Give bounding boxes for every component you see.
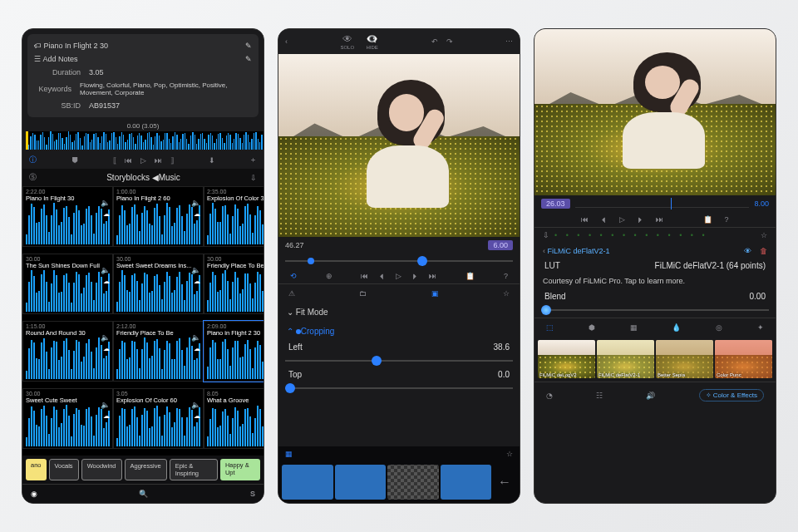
notes-row[interactable]: ☰ Add Notes ✎	[34, 52, 252, 66]
track-cell[interactable]: 30.00The Sun Shines Down Full🔈☁	[22, 254, 113, 314]
add-clip-icon[interactable]: ⊕	[326, 272, 332, 280]
speaker-icon[interactable]: 🔈	[191, 401, 200, 409]
fx-preview[interactable]	[534, 29, 776, 195]
search-icon[interactable]: 🔍	[139, 490, 148, 498]
fx-sparkle-icon[interactable]: ✦	[757, 323, 764, 332]
step-back-icon[interactable]: ⏴	[600, 215, 608, 224]
track-cell[interactable]: 30.00Sweet Cute Sweet🔈☁	[22, 388, 113, 449]
favorite-icon[interactable]: ☆	[506, 450, 513, 458]
shield-icon[interactable]: ⛊	[71, 156, 79, 165]
speaker-icon[interactable]: 🔈	[191, 333, 200, 342]
crop-top-slider[interactable]	[285, 382, 513, 394]
fx-lut-icon[interactable]: ⬚	[546, 323, 554, 332]
speaker-icon[interactable]: 🔈	[191, 266, 200, 274]
play-icon[interactable]: ▷	[396, 272, 401, 280]
blend-slider[interactable]	[541, 304, 769, 316]
s-icon[interactable]: S	[250, 490, 255, 498]
menu-icon[interactable]: ⋯	[505, 37, 513, 46]
fx-grid-icon[interactable]: ▦	[630, 323, 638, 332]
s-badge-icon[interactable]: Ⓢ	[29, 172, 37, 183]
hide-icon[interactable]: 👁‍🗨HIDE	[366, 33, 378, 50]
lut-strip[interactable]: FiLMiC deLogV2FiLMiC deFlatV2-1Better Se…	[534, 337, 776, 382]
record-icon[interactable]: ◉	[31, 490, 37, 498]
color-effects-button[interactable]: ✧ Color & Effects	[699, 389, 764, 401]
cloud-icon[interactable]: ☁	[194, 345, 200, 352]
import-icon[interactable]: ⇩	[250, 174, 257, 182]
collapse-arrow-icon[interactable]: ←	[493, 475, 516, 490]
cloud-icon[interactable]: ☁	[103, 345, 110, 352]
step-fwd-icon[interactable]: ⏵	[411, 272, 419, 280]
gauge-icon[interactable]: ◔	[546, 392, 553, 400]
cloud-icon[interactable]: ☁	[194, 412, 200, 420]
track-cell[interactable]: 1:15.00Round And Round 30🔈☁	[22, 321, 113, 382]
track-cell[interactable]: 2:22.00Piano In Flight 30🔈☁	[22, 186, 113, 247]
filter-tag[interactable]: Vocals	[49, 459, 79, 480]
help-icon[interactable]: ?	[504, 272, 508, 280]
track-cell[interactable]: 30.00Friendly Place To Be🔈☁	[204, 254, 264, 314]
speaker-icon[interactable]: 🔈	[101, 199, 110, 207]
cloud-icon[interactable]: ☁	[194, 278, 200, 285]
crop-left-slider[interactable]	[285, 355, 513, 367]
cropping-header[interactable]: ⌃ Cropping	[278, 322, 520, 341]
grid-icon[interactable]: ▦	[285, 450, 293, 458]
warn-icon[interactable]: ⚠	[288, 289, 295, 298]
audio-fx-icon[interactable]: 🔊	[646, 392, 655, 400]
skip-start-icon[interactable]: ⏮	[581, 215, 589, 224]
filter-tag[interactable]: Happy & Upt	[220, 459, 260, 480]
step-back-icon[interactable]: ⏴	[378, 272, 386, 280]
cloud-icon[interactable]: ☁	[103, 278, 110, 285]
track-cell[interactable]: 2:35.00Explosion Of Color 30🔈☁	[204, 186, 264, 247]
play-icon[interactable]: ▷	[619, 215, 625, 224]
lut-thumb[interactable]: Color Punc	[715, 340, 772, 378]
timeline-scrubber[interactable]	[285, 255, 513, 267]
track-cell[interactable]: 30.00Sweet Sweet Dreams Ins...🔈☁	[113, 254, 204, 314]
lut-thumb[interactable]: FiLMiC deFlatV2-1	[597, 340, 654, 378]
solo-icon[interactable]: 👁SOLO	[340, 33, 354, 50]
track-cell[interactable]: 2:09.00Piano in Flight 2 30🔈☁	[204, 321, 264, 382]
visibility-icon[interactable]: 👁	[744, 247, 751, 255]
play-icon[interactable]: ▷	[140, 156, 146, 165]
levels-icon[interactable]: ☷	[596, 392, 603, 400]
info-icon[interactable]: ⓘ	[29, 155, 37, 165]
step-fwd-icon[interactable]: ⏵	[637, 215, 644, 224]
clip-title-row[interactable]: 🏷 Piano In Flight 2 30 ✎	[34, 39, 252, 52]
clipboard-icon[interactable]: 📋	[703, 215, 712, 224]
video-preview[interactable]	[278, 54, 520, 237]
filter-tag[interactable]: Aggressive	[125, 459, 167, 480]
fx-cube-icon[interactable]: ⬢	[589, 323, 595, 332]
crop-tool-icon[interactable]: ▣	[431, 289, 439, 298]
download-icon[interactable]: ⬇	[209, 156, 215, 165]
main-waveform[interactable]	[26, 131, 264, 150]
clip-thumbnails[interactable]: ←	[278, 461, 520, 503]
skip-start-icon[interactable]: ⏮	[361, 272, 368, 280]
lut-courtesy[interactable]: Courtesy of FiLMiC Pro. Tap to learn mor…	[534, 272, 776, 290]
speaker-icon[interactable]: 🔈	[101, 401, 110, 409]
clipboard-icon[interactable]: 📋	[466, 272, 475, 280]
next-icon[interactable]: ⏭	[155, 156, 162, 165]
back-icon[interactable]: ‹	[543, 247, 545, 255]
prev-icon[interactable]: ⏮	[125, 156, 132, 165]
star-icon[interactable]: ☆	[761, 231, 767, 239]
edit-title-icon[interactable]: ✎	[245, 42, 252, 50]
keyframe-row[interactable]: ⇩ • • • • • • • • • • • • • • ☆	[534, 227, 776, 243]
undo-icon[interactable]: ↶	[431, 37, 438, 46]
trash-icon[interactable]: 🗑	[760, 247, 767, 255]
skip-end-icon[interactable]: ⏭	[656, 215, 663, 224]
fit-mode-header[interactable]: ⌄ Fit Mode	[278, 303, 520, 322]
back-icon[interactable]: ‹	[285, 37, 288, 46]
cloud-icon[interactable]: ☁	[103, 412, 110, 420]
redo-icon[interactable]: ↷	[446, 37, 453, 46]
edit-notes-icon[interactable]: ✎	[245, 55, 252, 63]
help-icon[interactable]: ?	[724, 215, 728, 224]
track-cell[interactable]: 8.05What a Groove🔈☁	[204, 388, 264, 449]
speaker-icon[interactable]: 🔈	[101, 266, 110, 274]
folder-icon[interactable]: 🗀	[359, 289, 367, 298]
filter-tag[interactable]: Woodwind	[81, 459, 122, 480]
loop-icon[interactable]: ⟲	[290, 272, 297, 280]
filter-tag[interactable]: Epic & Inspiring	[170, 459, 218, 480]
track-cell[interactable]: 1:00.00Piano In Flight 2 60🔈☁	[113, 186, 204, 247]
skip-end-icon[interactable]: ⏭	[429, 272, 436, 280]
cloud-icon[interactable]: ☁	[103, 210, 110, 218]
fx-spiral-icon[interactable]: ◎	[716, 323, 722, 332]
speaker-icon[interactable]: 🔈	[191, 199, 200, 207]
